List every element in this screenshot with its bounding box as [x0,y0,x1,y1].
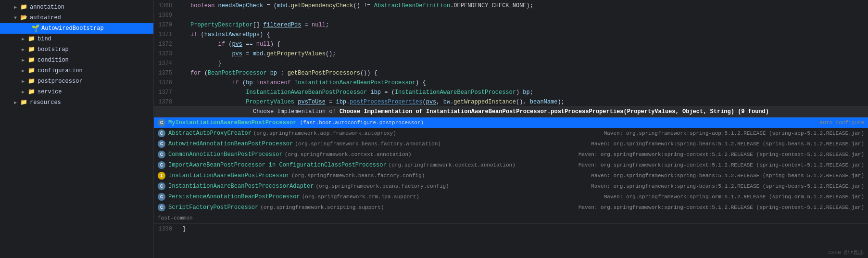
sidebar-item-resources[interactable]: ▶ 📁 resources [0,97,153,108]
sidebar-item-autowired[interactable]: ▼ 📂 autowired [0,13,153,23]
popup-list[interactable]: C MyInstantiationAwareBeanPostProcessor … [154,117,868,223]
editor-area: 1368 1369 1370 1371 1372 1373 1374 1375 … [154,0,868,258]
popup-item-3[interactable]: C CommonAnnotationBeanPostProcessor (org… [154,149,868,160]
item-pkg-6: (org.springframework.beans.factory.confi… [315,183,449,189]
item-class-8: ScriptFactoryPostProcessor [168,204,258,211]
item-source-3: Maven: org.springframework:spring-contex… [569,152,864,157]
sidebar-item-bootstrap[interactable]: ▶ 📁 bootstrap [0,44,153,55]
popup-item-1[interactable]: C AbstractAutoProxyCreator (org.springfr… [154,128,868,139]
interface-icon-5: I [158,172,165,180]
code-line-1376: if (bp instanceof InstantiationAwareBean… [183,78,868,88]
folder-icon: 📁 [27,56,36,64]
sidebar-label: autowired [30,14,61,21]
arrow-icon: ▶ [19,68,27,74]
arrow-icon: ▶ [19,89,27,95]
item-class-0: MyInstantiationAwareBeanPostProcessor [168,119,296,126]
sidebar-label: condition [38,57,69,64]
popup-item-8[interactable]: C ScriptFactoryPostProcessor (org.spring… [154,202,868,213]
popup-header: Choose Implementation of Choose Implemen… [154,106,868,117]
sidebar: ▶ 📁 annotation ▼ 📂 autowired 🌱 Autowired… [0,0,154,258]
item-source-7: Maven: org.springframework:spring-orm:5.… [594,194,864,200]
bottom-code: 1390 } [154,223,868,234]
sidebar-item-annotation[interactable]: ▶ 📁 annotation [0,2,153,13]
item-package-0 [296,119,300,126]
code-editor[interactable]: 1368 1369 1370 1371 1372 1373 1374 1375 … [154,0,868,106]
item-pkg-7: (org.springframework.orm.jpa.support) [302,194,419,200]
item-pkg-4: (org.springframework.context.annotation) [389,162,516,168]
sidebar-item-postprocessor[interactable]: ▶ 📁 postprocessor [0,76,153,87]
folder-icon: 📁 [19,98,28,107]
item-pkg-0: (fast.boot.autoconfigure.postprocessor) [300,120,424,126]
sidebar-label: postprocessor [38,78,83,85]
code-line-1372: if (pvs == null) { [183,39,868,49]
arrow-icon: ▼ [12,15,19,21]
folder-icon: 📁 [27,66,36,75]
class-icon-0: C [158,119,165,127]
code-line-1369 [183,11,868,20]
folder-icon: 📁 [19,3,28,12]
popup-header-method: Choose Implementation of InstantiationAw… [340,108,769,115]
code-line-1375: for (BeanPostProcessor bp : getBeanPostP… [183,68,868,78]
popup-item-7[interactable]: C PersistenceAnnotationBeanPostProcessor… [154,192,868,202]
popup-item-5[interactable]: I InstantiationAwareBeanPostProcessor (o… [154,170,868,181]
item-source-2: Maven: org.springframework:spring-beans:… [581,141,864,147]
sidebar-label: service [38,89,62,95]
sidebar-label: bind [38,36,51,42]
class-icon-4: C [158,161,165,169]
sidebar-item-bind[interactable]: ▶ 📁 bind [0,34,153,44]
item-source-5: Maven: org.springframework:spring-beans:… [581,173,864,179]
item-source-1: Maven: org.springframework:spring-aop:5.… [594,130,864,136]
code-line-1370: PropertyDescriptor[] filteredPds = null; [183,20,868,30]
class-icon-1: C [158,129,165,137]
popup-item-9[interactable]: fast-common [154,213,868,223]
folder-icon: 📂 [19,13,28,22]
item-pkg-3: (org.springframework.context.annotation) [285,152,412,157]
folder-icon: 📁 [27,88,36,96]
arrow-icon: ▶ [19,36,27,42]
item-source-0: auto-configure [810,120,864,126]
popup-item-0[interactable]: C MyInstantiationAwareBeanPostProcessor … [154,117,868,128]
class-icon-3: C [158,151,165,158]
spring-icon: 🌱 [31,24,39,33]
code-line-1377: InstantiationAwareBeanPostProcessor ibp … [183,88,868,97]
sidebar-label: configuration [38,67,83,74]
code-line-1374: } [183,59,868,68]
arrow-icon: ▶ [19,57,27,63]
class-icon-2: C [158,140,165,148]
item-source-4: Maven: org.springframework:spring-contex… [569,162,864,168]
item-class-6: InstantiationAwareBeanPostProcessorAdapt… [168,183,314,190]
class-icon-6: C [158,182,165,190]
sidebar-item-condition[interactable]: ▶ 📁 condition [0,55,153,65]
item-source-6: Maven: org.springframework:spring-beans:… [581,183,864,189]
sidebar-item-configuration[interactable]: ▶ 📁 configuration [0,65,153,76]
watermark: CSDN @it跑步 [828,249,864,256]
code-text: boolean needsDepCheck = (mbd.getDependen… [178,0,868,106]
item-class-7: PersistenceAnnotationBeanPostProcessor [168,194,300,200]
sidebar-label: bootstrap [38,46,69,53]
item-pkg-2: (org.springframework.beans.factory.annot… [295,141,441,147]
arrow-icon: ▶ [12,4,19,10]
code-line-1378: PropertyValues pvsToUse = ibp.postProces… [183,97,868,106]
popup-item-4[interactable]: C ImportAwareBeanPostProcessor in Config… [154,160,868,170]
sidebar-label: annotation [30,4,64,11]
popup-item-2[interactable]: C AutowiredAnnotationBeanPostProcessor (… [154,139,868,149]
item-truncated-9: fast-common [158,215,193,221]
item-pkg-8: (org.springframework.scripting.support) [260,205,384,210]
arrow-icon: ▶ [12,100,19,105]
sidebar-item-service[interactable]: ▶ 📁 service [0,87,153,97]
item-pkg-5: (org.springframework.beans.factory.confi… [291,173,425,179]
class-icon-7: C [158,193,165,201]
popup-item-6[interactable]: C InstantiationAwareBeanPostProcessorAda… [154,181,868,192]
item-pkg-1: (org.springframework.aop.framework.autop… [253,130,396,136]
line-numbers: 1368 1369 1370 1371 1372 1373 1374 1375 … [154,0,178,106]
folder-icon: 📁 [27,77,36,86]
item-class-5: InstantiationAwareBeanPostProcessor [168,172,289,179]
bottom-code-text: } [178,224,186,234]
item-class-3: CommonAnnotationBeanPostProcessor [168,151,283,158]
popup-panel: Choose Implementation of Choose Implemen… [154,106,868,234]
item-source-8: Maven: org.springframework:spring-contex… [569,205,864,210]
sidebar-item-autowiredbootstrap[interactable]: 🌱 AutowiredBootstrap [0,23,153,34]
item-class-4: ImportAwareBeanPostProcessor in Configur… [168,162,387,168]
folder-icon: 📁 [27,35,36,43]
class-icon-8: C [158,204,165,211]
